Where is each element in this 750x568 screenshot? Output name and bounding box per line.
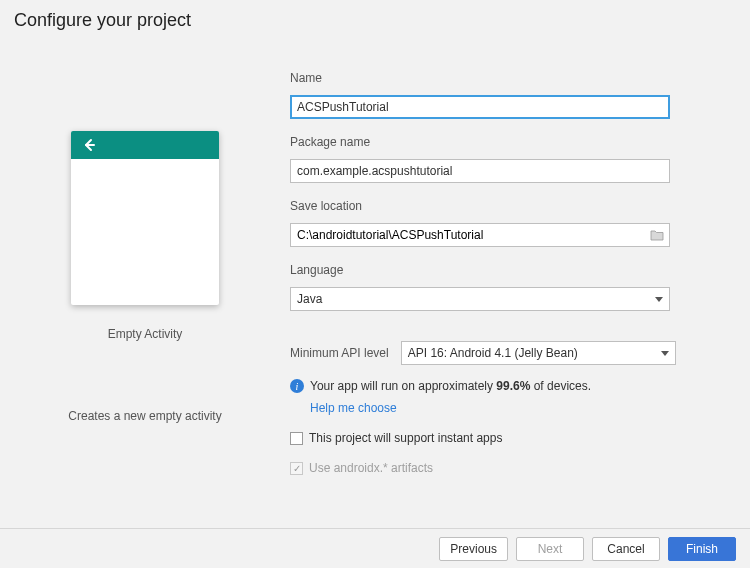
package-label: Package name: [290, 135, 720, 149]
min-api-value: API 16: Android 4.1 (Jelly Bean): [408, 346, 578, 360]
cancel-button[interactable]: Cancel: [592, 537, 660, 561]
device-coverage-info: i Your app will run on approximately 99.…: [290, 379, 720, 393]
androidx-label: Use androidx.* artifacts: [309, 461, 433, 475]
page-title: Configure your project: [14, 10, 736, 31]
androidx-checkbox: ✓: [290, 462, 303, 475]
language-value: Java: [297, 292, 322, 306]
template-preview: [71, 131, 219, 305]
name-input[interactable]: [290, 95, 670, 119]
wizard-root: Configure your project Empty Activity Cr…: [0, 0, 750, 568]
header: Configure your project: [0, 0, 750, 31]
footer: Previous Next Cancel Finish: [0, 528, 750, 568]
location-label: Save location: [290, 199, 720, 213]
location-input[interactable]: [291, 224, 647, 246]
finish-button[interactable]: Finish: [668, 537, 736, 561]
instant-apps-checkbox[interactable]: [290, 432, 303, 445]
name-label: Name: [290, 71, 720, 85]
next-button: Next: [516, 537, 584, 561]
previous-button[interactable]: Previous: [439, 537, 508, 561]
body: Empty Activity Creates a new empty activ…: [0, 31, 750, 528]
min-api-label: Minimum API level: [290, 346, 389, 360]
preview-pane: Empty Activity Creates a new empty activ…: [30, 71, 260, 518]
back-arrow-icon: [81, 137, 97, 153]
chevron-down-icon: [661, 351, 669, 356]
form-pane: Name Package name Save location Language…: [290, 71, 720, 518]
min-api-row: Minimum API level API 16: Android 4.1 (J…: [290, 341, 720, 365]
preview-top-bar: [71, 131, 219, 159]
info-icon: i: [290, 379, 304, 393]
instant-apps-label: This project will support instant apps: [309, 431, 502, 445]
template-description: Creates a new empty activity: [68, 409, 221, 423]
folder-icon[interactable]: [647, 225, 667, 245]
help-me-choose-link[interactable]: Help me choose: [310, 401, 720, 415]
min-api-select[interactable]: API 16: Android 4.1 (Jelly Bean): [401, 341, 676, 365]
coverage-text: Your app will run on approximately 99.6%…: [310, 379, 591, 393]
chevron-down-icon: [655, 297, 663, 302]
package-input[interactable]: [290, 159, 670, 183]
location-input-wrap: [290, 223, 670, 247]
language-select[interactable]: Java: [290, 287, 670, 311]
language-label: Language: [290, 263, 720, 277]
androidx-row: ✓ Use androidx.* artifacts: [290, 461, 720, 475]
instant-apps-row[interactable]: This project will support instant apps: [290, 431, 720, 445]
template-name: Empty Activity: [108, 327, 183, 341]
